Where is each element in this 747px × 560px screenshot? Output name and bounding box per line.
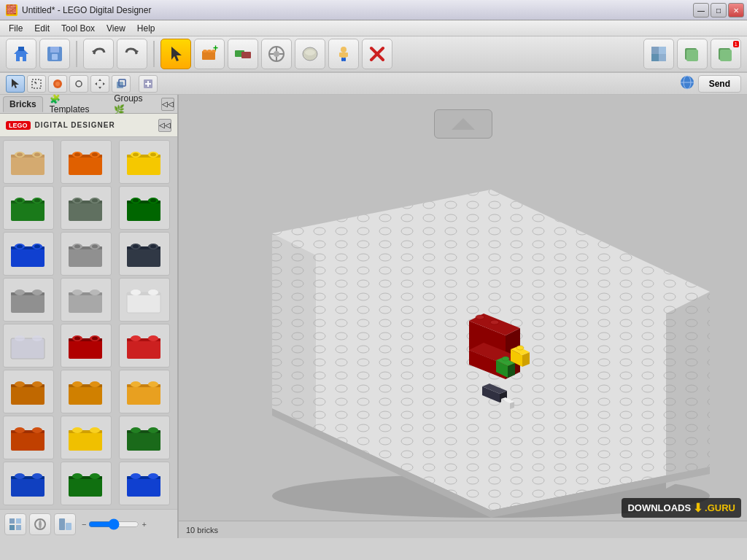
svg-rect-164 (69, 476, 102, 497)
sub-clone-btn[interactable] (112, 75, 131, 93)
paint-button[interactable] (295, 39, 325, 69)
canvas-area[interactable]: 10 bricks DOWNLOADS ⬇ .GURU (179, 95, 747, 538)
sub-select-area-btn[interactable] (27, 75, 46, 93)
brick-blue-3[interactable] (119, 462, 170, 505)
add-brick-button[interactable]: + (194, 39, 225, 69)
sub-extra-btn[interactable] (139, 75, 158, 93)
minifig-button[interactable] (328, 39, 359, 69)
save-button[interactable] (39, 39, 70, 69)
menu-help[interactable]: Help (131, 22, 161, 35)
brick-red-1[interactable] (61, 324, 112, 368)
undo-button[interactable] (83, 39, 114, 69)
title-bar: 🧱 Untitled* - LEGO Digital Designer — □ … (0, 0, 747, 20)
svg-point-171 (148, 473, 158, 479)
connect-button[interactable] (228, 39, 258, 69)
close-button[interactable]: ✕ (728, 3, 744, 18)
svg-point-62 (34, 153, 40, 157)
panel-view-btn-2[interactable] (29, 513, 51, 535)
svg-rect-136 (11, 384, 44, 405)
svg-marker-179 (452, 118, 475, 130)
app-icon: 🧱 (6, 4, 18, 16)
svg-point-73 (133, 153, 139, 157)
brick-tan-yellow[interactable] (119, 370, 170, 413)
svg-rect-156 (127, 430, 160, 451)
scroll-up-button[interactable] (434, 109, 492, 139)
svg-point-150 (15, 427, 25, 433)
zoom-slider[interactable] (88, 518, 139, 530)
panel-bottom: − + (0, 509, 177, 538)
brick-green-2[interactable] (119, 416, 170, 459)
menu-file[interactable]: File (3, 22, 28, 35)
brick-blue-2[interactable] (3, 462, 54, 505)
svg-point-163 (32, 473, 42, 479)
collapse-panel-button[interactable]: ◁◁ (161, 98, 174, 111)
redo-button[interactable] (117, 39, 147, 69)
svg-point-147 (148, 381, 158, 387)
menu-view[interactable]: View (101, 22, 131, 35)
zoom-area: − + (82, 518, 147, 530)
svg-point-122 (148, 289, 158, 295)
svg-point-68 (92, 153, 98, 157)
brick-gray-2[interactable] (61, 278, 112, 322)
svg-point-91 (133, 199, 139, 203)
svg-point-43 (55, 82, 60, 86)
brick-dark-orange[interactable] (3, 416, 54, 459)
hinge-button[interactable] (261, 39, 292, 69)
home-button[interactable] (6, 39, 36, 69)
sub-select-btn[interactable] (6, 75, 25, 93)
status-bar: 10 bricks (179, 521, 747, 538)
sub-move-btn[interactable] (90, 75, 109, 93)
brick-brown[interactable] (3, 370, 54, 413)
brick-red-2[interactable] (119, 324, 170, 368)
lego-badge: LEGO (6, 121, 31, 130)
menu-toolbox[interactable]: Tool Box (55, 22, 101, 35)
svg-rect-1 (18, 47, 24, 51)
brick-orange[interactable] (61, 140, 112, 184)
svg-rect-177 (59, 518, 65, 530)
brick-gray-1[interactable] (3, 278, 54, 322)
svg-point-158 (131, 427, 141, 433)
brick-light-gray[interactable] (61, 232, 112, 276)
maximize-button[interactable]: □ (711, 3, 727, 18)
brick-dark-bluegray[interactable] (119, 232, 170, 276)
brick-med-brown[interactable] (61, 370, 112, 413)
minimize-button[interactable]: — (693, 3, 709, 18)
tab-bricks[interactable]: Bricks (3, 96, 43, 112)
brick-white[interactable] (119, 278, 170, 322)
view-button-2[interactable] (677, 39, 708, 69)
brick-sand-green[interactable] (61, 186, 112, 230)
brick-tan[interactable] (3, 140, 54, 184)
delete-button[interactable] (362, 39, 392, 69)
brick-green-3[interactable] (61, 462, 112, 505)
brick-green[interactable] (3, 186, 54, 230)
send-button[interactable]: Send (698, 75, 741, 93)
brick-bright-yellow[interactable] (61, 416, 112, 459)
svg-rect-174 (9, 525, 15, 530)
view-button-1[interactable] (643, 39, 674, 69)
svg-point-121 (131, 289, 141, 295)
svg-rect-140 (69, 384, 102, 405)
menu-edit[interactable]: Edit (28, 22, 55, 35)
sub-lasso-btn[interactable] (69, 75, 88, 93)
svg-point-193 (490, 320, 499, 324)
svg-point-10 (207, 50, 212, 52)
svg-rect-57 (11, 155, 44, 175)
svg-rect-32 (659, 47, 666, 54)
collapse-logo-button[interactable]: ◁◁ (158, 119, 171, 132)
brick-dark-green[interactable] (119, 186, 170, 230)
svg-point-135 (148, 335, 158, 341)
panel-view-btn-1[interactable] (4, 513, 26, 535)
svg-rect-111 (11, 292, 44, 313)
brick-blue[interactable] (3, 232, 54, 276)
brick-count: 10 bricks (186, 526, 218, 534)
brick-yellow[interactable] (119, 140, 170, 184)
brick-trans[interactable] (3, 324, 54, 368)
separator-2 (153, 41, 155, 67)
panel-view-btn-3[interactable] (54, 513, 76, 535)
svg-point-113 (15, 289, 25, 295)
select-button[interactable] (160, 39, 191, 69)
svg-point-86 (92, 199, 98, 203)
svg-rect-115 (69, 292, 102, 313)
sub-select-color-btn[interactable] (48, 75, 67, 93)
view-button-3[interactable]: 1 (711, 39, 741, 69)
